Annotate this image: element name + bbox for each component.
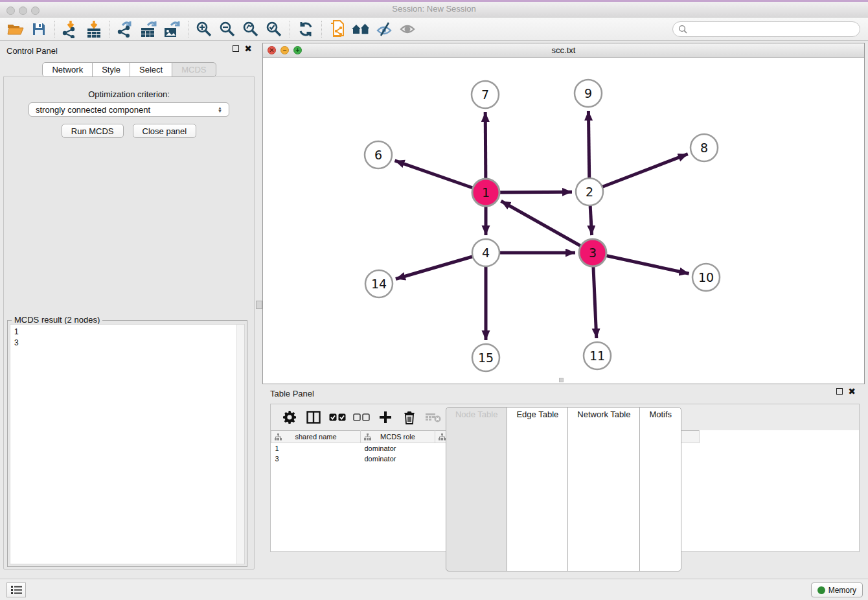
memory-label: Memory (828, 586, 856, 595)
table-panel-title: Table Panel (270, 389, 314, 398)
refresh-icon[interactable] (294, 19, 317, 39)
graph-node-2[interactable]: 2 (576, 178, 603, 205)
tab-network[interactable]: Network (42, 62, 93, 77)
open-file-icon[interactable] (4, 19, 27, 39)
optimization-criterion-select[interactable]: strongly connected component ▲▼ (29, 102, 229, 117)
svg-text:10: 10 (698, 270, 714, 284)
graph-edge-3-10[interactable] (593, 253, 689, 273)
svg-text:1: 1 (482, 185, 490, 200)
mcds-result-group: MCDS result (2 nodes) 1 3 (7, 320, 247, 567)
network-canvas[interactable]: 7968124314101511 (263, 58, 864, 384)
tab-select[interactable]: Select (130, 62, 172, 77)
svg-text:4: 4 (482, 246, 490, 260)
control-panel: Control Panel ✖ NetworkStyleSelectMCDS O… (0, 41, 258, 579)
canvas-resize-handle[interactable] (559, 378, 564, 382)
zoom-out-icon[interactable] (216, 19, 239, 39)
toolbar-separator (321, 21, 322, 38)
search-input[interactable] (690, 25, 860, 34)
close-panel-icon[interactable]: ✖ (244, 45, 252, 52)
export-table-icon[interactable] (137, 19, 161, 39)
graph-node-7[interactable]: 7 (472, 81, 499, 108)
tab-node-table[interactable]: Node Table (446, 407, 508, 571)
mcds-result-title: MCDS result (2 nodes) (12, 315, 102, 325)
svg-text:2: 2 (586, 185, 593, 199)
tab-edge-table[interactable]: Edge Table (507, 407, 568, 571)
toolbar-separator (188, 21, 188, 38)
table-panel: Table Panel ✖ f(x) shared nameMCDS roles… (262, 386, 865, 575)
graph-edge-2-8[interactable] (589, 154, 688, 192)
tab-motifs[interactable]: Motifs (639, 407, 681, 571)
float-table-panel-icon[interactable] (836, 388, 843, 395)
svg-text:15: 15 (478, 351, 494, 365)
window-titlebar: Session: New Session (0, 0, 868, 17)
tab-mcds[interactable]: MCDS (172, 62, 216, 77)
save-session-icon[interactable] (27, 19, 51, 39)
splitter-handle[interactable] (256, 301, 262, 309)
zoom-in-icon[interactable] (192, 19, 216, 39)
zoom-selected-icon[interactable] (262, 19, 286, 39)
home-icon[interactable] (349, 19, 372, 39)
combo-stepper-icon: ▲▼ (218, 106, 222, 113)
graph-node-8[interactable]: 8 (691, 134, 718, 161)
graph-node-15[interactable]: 15 (472, 344, 499, 371)
new-network-from-file-icon[interactable] (326, 19, 349, 39)
search-icon (678, 25, 687, 34)
tab-style[interactable]: Style (92, 62, 130, 77)
svg-text:9: 9 (584, 86, 592, 100)
float-panel-icon[interactable] (233, 45, 239, 52)
graph-node-10[interactable]: 10 (692, 264, 720, 291)
graph-node-11[interactable]: 11 (584, 342, 611, 369)
mcds-result-text[interactable]: 1 3 (10, 324, 245, 564)
memory-button[interactable]: Memory (811, 583, 863, 597)
graph-node-1[interactable]: 1 (472, 179, 499, 206)
svg-text:11: 11 (589, 349, 605, 363)
show-graphics-icon[interactable] (396, 19, 419, 39)
import-network-icon[interactable] (59, 19, 82, 39)
run-mcds-button[interactable]: Run MCDS (62, 124, 124, 138)
hide-graphics-icon[interactable] (372, 19, 396, 39)
mcds-panel: Optimization criterion: strongly connect… (3, 76, 255, 570)
result-scrollbar[interactable] (236, 325, 244, 564)
zoom-fit-icon[interactable] (239, 19, 262, 39)
export-network-icon[interactable] (114, 19, 137, 39)
network-view-window: ✕ – + scc.txt 7968124314101511 (262, 43, 865, 384)
main-toolbar (0, 17, 868, 41)
graph-node-4[interactable]: 4 (472, 239, 499, 266)
graph-edge-3-1[interactable] (501, 201, 593, 253)
svg-text:14: 14 (371, 277, 387, 291)
search-box[interactable] (672, 21, 860, 37)
control-panel-title: Control Panel (6, 46, 58, 56)
memory-status-icon (817, 586, 825, 594)
control-panel-tabs: NetworkStyleSelectMCDS (0, 62, 258, 77)
status-bar: Memory (0, 579, 868, 600)
tab-network-table[interactable]: Network Table (567, 407, 640, 571)
toolbar-separator (109, 21, 110, 38)
svg-text:3: 3 (589, 246, 597, 260)
network-window-title: scc.txt (263, 45, 864, 55)
task-history-button[interactable] (6, 583, 26, 597)
svg-text:7: 7 (481, 87, 489, 102)
table-panel-tabs: Node TableEdge TableNetwork TableMotifs (262, 407, 865, 571)
graph-node-6[interactable]: 6 (365, 141, 392, 168)
svg-text:6: 6 (374, 148, 382, 162)
graph-node-3[interactable]: 3 (579, 239, 606, 266)
close-table-panel-icon[interactable]: ✖ (848, 388, 856, 395)
close-panel-button[interactable]: Close panel (133, 124, 197, 138)
optimization-criterion-label: Optimization criterion: (4, 89, 254, 99)
task-list-icon (11, 586, 22, 594)
application-window: Session: New Session Control Panel ✖ Net… (0, 0, 868, 600)
toolbar-separator (290, 21, 290, 38)
optimization-criterion-value: strongly connected component (36, 105, 150, 115)
svg-text:8: 8 (700, 141, 708, 155)
import-table-icon[interactable] (82, 19, 106, 39)
toolbar-separator (54, 21, 55, 38)
export-image-icon[interactable] (161, 19, 184, 39)
graph-node-14[interactable]: 14 (365, 270, 393, 297)
network-window-titlebar[interactable]: ✕ – + scc.txt (263, 43, 864, 58)
network-graph: 7968124314101511 (263, 58, 864, 384)
graph-node-9[interactable]: 9 (575, 80, 602, 107)
window-title: Session: New Session (0, 4, 868, 14)
